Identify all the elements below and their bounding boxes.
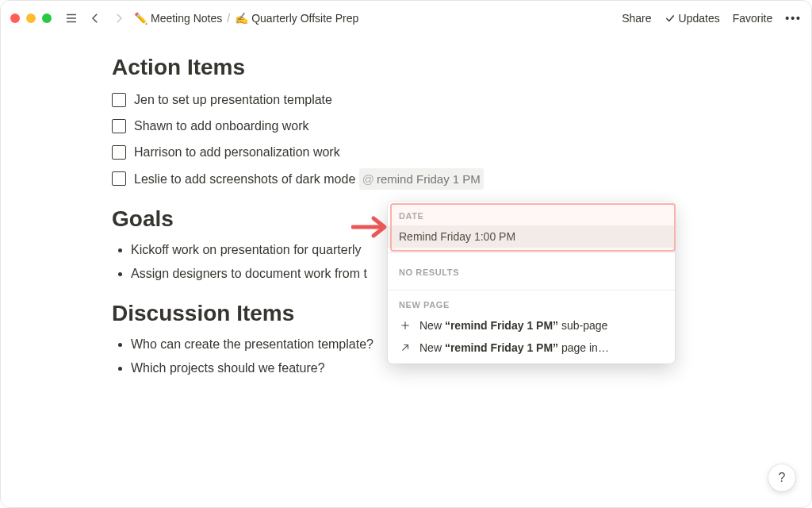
checkbox[interactable] bbox=[112, 171, 126, 186]
todo-text[interactable]: Jen to set up presentation template bbox=[134, 89, 332, 110]
no-results-label: NO RESULTS bbox=[388, 260, 675, 285]
todo-item[interactable]: Leslie to add screenshots of dark mode @… bbox=[112, 166, 700, 193]
popover-item-remind-date[interactable]: Remind Friday 1:00 PM bbox=[388, 225, 675, 248]
popover-item-new-page-in[interactable]: New “remind Friday 1 PM” page in… bbox=[388, 337, 675, 359]
minimize-window-button[interactable] bbox=[26, 13, 36, 23]
popover-section-newpage: NEW PAGE New “remind Friday 1 PM” sub-pa… bbox=[388, 290, 675, 364]
todo-text[interactable]: Leslie to add screenshots of dark mode @… bbox=[134, 168, 484, 190]
back-button[interactable] bbox=[86, 10, 104, 27]
topbar: ✏️ Meeting Notes / ✍️ Quarterly Offsite … bbox=[1, 1, 811, 36]
mention-popover: DATE Remind Friday 1:00 PM NO RESULTS NE… bbox=[388, 202, 675, 364]
popover-item-label: New “remind Friday 1 PM” page in… bbox=[419, 341, 664, 354]
svg-line-5 bbox=[403, 345, 408, 351]
popover-section-date: DATE Remind Friday 1:00 PM bbox=[388, 202, 675, 252]
page-emoji-icon: ✏️ bbox=[134, 12, 147, 25]
inline-mention-pill[interactable]: @remind Friday 1 PM bbox=[359, 168, 484, 190]
topbar-actions: Share Updates Favorite ••• bbox=[622, 12, 802, 25]
check-icon bbox=[665, 13, 676, 24]
breadcrumb-label: Meeting Notes bbox=[151, 12, 222, 25]
popover-section-label: NEW PAGE bbox=[388, 297, 675, 314]
breadcrumb-item-2[interactable]: ✍️ Quarterly Offsite Prep bbox=[235, 12, 358, 25]
checkbox[interactable] bbox=[112, 93, 126, 107]
breadcrumb: ✏️ Meeting Notes / ✍️ Quarterly Offsite … bbox=[134, 12, 358, 25]
menu-icon[interactable] bbox=[63, 10, 80, 27]
todo-item[interactable]: Shawn to add onboarding work bbox=[112, 113, 700, 139]
popover-section-label: DATE bbox=[388, 208, 675, 225]
heading-action-items[interactable]: Action Items bbox=[112, 55, 700, 80]
breadcrumb-separator: / bbox=[227, 12, 230, 25]
page-emoji-icon: ✍️ bbox=[235, 12, 248, 25]
at-icon: @ bbox=[362, 169, 374, 190]
popover-item-new-subpage[interactable]: New “remind Friday 1 PM” sub-page bbox=[388, 314, 675, 337]
popover-item-label: Remind Friday 1:00 PM bbox=[399, 230, 664, 243]
action-items-list: Jen to set up presentation template Shaw… bbox=[112, 87, 700, 192]
todo-text[interactable]: Shawn to add onboarding work bbox=[134, 115, 309, 137]
breadcrumb-label: Quarterly Offsite Prep bbox=[251, 12, 358, 25]
help-button[interactable]: ? bbox=[768, 464, 795, 491]
popover-item-label: New “remind Friday 1 PM” sub-page bbox=[419, 319, 664, 332]
share-button[interactable]: Share bbox=[622, 12, 651, 25]
window-controls bbox=[10, 13, 52, 23]
popover-section-noresults: NO RESULTS bbox=[388, 252, 675, 290]
arrow-up-right-icon bbox=[399, 341, 412, 354]
maximize-window-button[interactable] bbox=[42, 13, 52, 23]
forward-button[interactable] bbox=[110, 10, 128, 27]
plus-icon bbox=[399, 319, 412, 332]
checkbox[interactable] bbox=[112, 119, 126, 133]
todo-item[interactable]: Jen to set up presentation template bbox=[112, 87, 700, 113]
close-window-button[interactable] bbox=[10, 13, 20, 23]
updates-button[interactable]: Updates bbox=[665, 12, 720, 25]
more-menu-button[interactable]: ••• bbox=[785, 12, 802, 25]
window: ✏️ Meeting Notes / ✍️ Quarterly Offsite … bbox=[0, 0, 812, 508]
favorite-button[interactable]: Favorite bbox=[733, 12, 773, 25]
updates-label: Updates bbox=[679, 12, 720, 25]
breadcrumb-item-1[interactable]: ✏️ Meeting Notes bbox=[134, 12, 222, 25]
todo-text[interactable]: Harrison to add personalization work bbox=[134, 141, 340, 163]
todo-item[interactable]: Harrison to add personalization work bbox=[112, 139, 700, 165]
checkbox[interactable] bbox=[112, 145, 126, 160]
